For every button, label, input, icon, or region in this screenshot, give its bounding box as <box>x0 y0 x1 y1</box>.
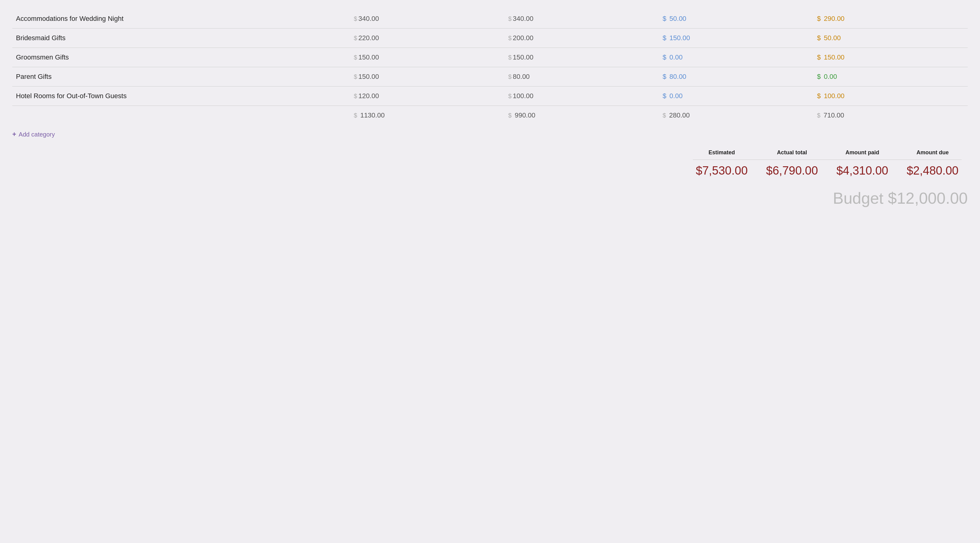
due-cell: $ 0.00 <box>813 67 968 87</box>
dollar-sign: $ <box>354 112 357 119</box>
add-category-button[interactable]: + Add category <box>12 130 55 138</box>
plus-icon: + <box>12 130 16 138</box>
dollar-sign: $ <box>354 73 357 80</box>
dollar-sign: $ <box>662 73 666 80</box>
due-cell: $ 50.00 <box>813 29 968 48</box>
dollar-sign: $ <box>508 35 511 41</box>
dollar-sign: $ <box>817 73 821 80</box>
actual-cell: $340.00 <box>504 9 659 28</box>
dollar-sign: $ <box>662 34 666 42</box>
summary-col-value: $4,310.00 <box>827 162 897 180</box>
actual-cell: $80.00 <box>504 67 659 87</box>
dollar-sign: $ <box>817 34 821 42</box>
dollar-sign: $ <box>354 15 357 22</box>
dollar-sign: $ <box>354 54 357 61</box>
row-name: Accommodations for Wedding Night <box>12 9 350 28</box>
subtotal-paid: $ 280.00 <box>659 106 813 125</box>
summary-col-header: Actual total <box>757 148 827 158</box>
estimated-cell: $340.00 <box>350 9 504 28</box>
dollar-sign: $ <box>508 15 511 22</box>
dollar-sign: $ <box>817 15 821 22</box>
estimated-cell: $120.00 <box>350 87 504 106</box>
dollar-sign: $ <box>817 112 821 119</box>
summary-table: EstimatedActual totalAmount paidAmount d… <box>687 148 968 180</box>
actual-cell: $150.00 <box>504 48 659 67</box>
subtotal-estimated: $ 1130.00 <box>350 106 504 125</box>
paid-cell: $ 0.00 <box>659 48 813 67</box>
summary-col-header: Amount paid <box>827 148 897 158</box>
row-name: Bridesmaid Gifts <box>12 29 350 48</box>
summary-col-header: Estimated <box>687 148 757 158</box>
subtotal-due: $ 710.00 <box>813 106 968 125</box>
dollar-sign: $ <box>508 54 511 61</box>
due-cell: $ 150.00 <box>813 48 968 67</box>
table-row: Hotel Rooms for Out-of-Town Guests $120.… <box>12 87 968 106</box>
summary-col-header: Amount due <box>897 148 968 158</box>
row-name: Parent Gifts <box>12 67 350 87</box>
dollar-sign: $ <box>662 15 666 22</box>
add-category-label: Add category <box>19 131 55 138</box>
actual-cell: $200.00 <box>504 29 659 48</box>
paid-cell: $ 50.00 <box>659 9 813 28</box>
dollar-sign: $ <box>662 92 666 100</box>
summary-col-value: $6,790.00 <box>757 162 827 180</box>
budget-table: Accommodations for Wedding Night $340.00… <box>12 9 968 125</box>
subtotal-actual: $ 990.00 <box>504 106 659 125</box>
dollar-sign: $ <box>662 53 666 61</box>
dollar-sign: $ <box>662 112 666 119</box>
dollar-sign: $ <box>354 93 357 99</box>
due-cell: $ 290.00 <box>813 9 968 28</box>
table-row: Accommodations for Wedding Night $340.00… <box>12 9 968 28</box>
estimated-cell: $150.00 <box>350 67 504 87</box>
due-cell: $ 100.00 <box>813 87 968 106</box>
add-category-section: + Add category <box>12 130 968 138</box>
summary-col-value: $7,530.00 <box>687 162 757 180</box>
row-name: Hotel Rooms for Out-of-Town Guests <box>12 87 350 106</box>
estimated-cell: $150.00 <box>350 48 504 67</box>
paid-cell: $ 150.00 <box>659 29 813 48</box>
actual-cell: $100.00 <box>504 87 659 106</box>
summary-section: EstimatedActual totalAmount paidAmount d… <box>12 148 968 180</box>
budget-total: Budget $12,000.00 <box>12 189 968 207</box>
table-row: Parent Gifts $150.00 $80.00 $ 80.00 $ 0.… <box>12 67 968 87</box>
dollar-sign: $ <box>508 93 511 99</box>
row-name: Groomsmen Gifts <box>12 48 350 67</box>
dollar-sign: $ <box>508 73 511 80</box>
table-row: Groomsmen Gifts $150.00 $150.00 $ 0.00 $… <box>12 48 968 67</box>
dollar-sign: $ <box>508 112 511 119</box>
dollar-sign: $ <box>817 92 821 100</box>
summary-col-value: $2,480.00 <box>897 162 968 180</box>
dollar-sign: $ <box>354 35 357 41</box>
paid-cell: $ 0.00 <box>659 87 813 106</box>
table-row: Bridesmaid Gifts $220.00 $200.00 $ 150.0… <box>12 29 968 48</box>
paid-cell: $ 80.00 <box>659 67 813 87</box>
subtotal-row: $ 1130.00 $ 990.00 $ 280.00 $ 710.00 <box>12 106 968 125</box>
dollar-sign: $ <box>817 53 821 61</box>
estimated-cell: $220.00 <box>350 29 504 48</box>
